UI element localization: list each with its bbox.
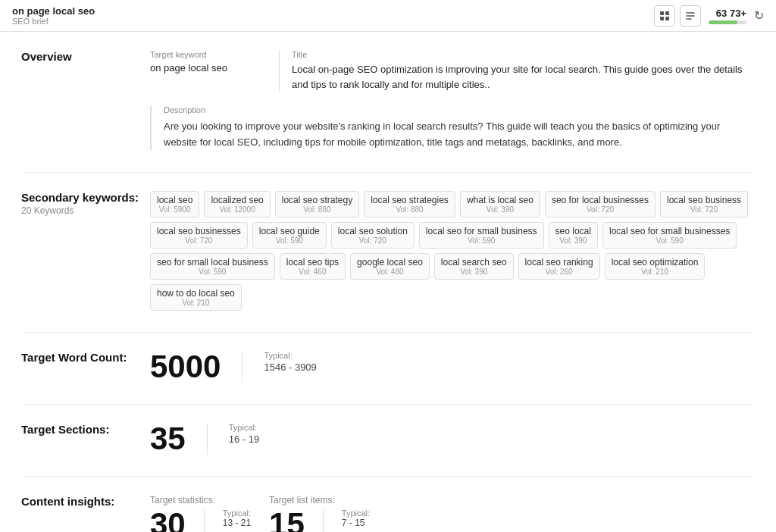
keyword-name: local seo business bbox=[667, 195, 741, 205]
keyword-name: local seo solution bbox=[338, 226, 408, 236]
refresh-button[interactable]: ↻ bbox=[754, 8, 764, 23]
secondary-keywords-section: Secondary keywords: 20 Keywords local se… bbox=[21, 191, 755, 311]
typical-label: Typical: bbox=[264, 351, 316, 360]
target-sections-label: Target Sections: bbox=[21, 423, 150, 455]
keyword-name: local seo for small business bbox=[426, 226, 537, 236]
keyword-name: local seo for small businesses bbox=[609, 226, 730, 236]
keyword-tag: localized seoVol: 12000 bbox=[204, 191, 270, 217]
sections-typical: Typical: 16 - 19 bbox=[229, 423, 259, 445]
icon-button-2[interactable] bbox=[680, 5, 701, 27]
content-insights-section: Content insights: Target statistics: 30 … bbox=[21, 495, 755, 532]
keyword-tag: local seo strategyVol: 880 bbox=[275, 191, 359, 217]
keyword-tag: local seo for small businessVol: 590 bbox=[419, 222, 544, 249]
keywords-content: local seoVol: 5900localized seoVol: 1200… bbox=[150, 191, 755, 311]
metric-divider bbox=[242, 351, 242, 383]
stats-typical-val: 13 - 21 bbox=[223, 518, 251, 528]
keyword-name: local seo businesses bbox=[157, 226, 241, 236]
score-bar bbox=[709, 20, 746, 24]
sections-typical-value: 16 - 19 bbox=[229, 433, 259, 445]
keyword-vol: Vol: 590 bbox=[276, 236, 303, 245]
target-keyword-label: Target keyword bbox=[150, 50, 279, 59]
svg-rect-2 bbox=[660, 17, 664, 20]
divider-1 bbox=[21, 172, 755, 173]
keyword-name: local seo strategies bbox=[371, 195, 449, 205]
keyword-name: seo local bbox=[555, 226, 591, 236]
keyword-name: local search seo bbox=[441, 257, 507, 268]
keyword-vol: Vol: 880 bbox=[396, 205, 423, 214]
keyword-vol: Vol: 720 bbox=[587, 205, 614, 214]
divider-4 bbox=[21, 476, 755, 477]
keyword-tag: local seo businessVol: 720 bbox=[660, 191, 748, 217]
keyword-vol: Vol: 480 bbox=[376, 268, 403, 276]
description-text: Are you looking to improve your website'… bbox=[164, 119, 755, 151]
keyword-vol: Vol: 590 bbox=[656, 236, 684, 245]
keyword-tag: local seo strategiesVol: 880 bbox=[364, 191, 455, 217]
header-right: 63 73+ ↻ bbox=[654, 5, 764, 27]
svg-rect-0 bbox=[660, 11, 664, 15]
keyword-vol: Vol: 390 bbox=[487, 205, 514, 214]
keyword-tag: local seo solutionVol: 720 bbox=[331, 222, 415, 249]
keyword-vol: Vol: 12000 bbox=[219, 205, 255, 214]
list-typical-val: 7 - 15 bbox=[342, 518, 370, 528]
word-count-title: Target Word Count: bbox=[21, 351, 127, 364]
keyword-vol: Vol: 720 bbox=[690, 205, 718, 214]
keyword-vol: Vol: 880 bbox=[303, 205, 330, 214]
list-typical-block: Typical: 7 - 15 bbox=[342, 509, 370, 528]
word-count-value: 5000 bbox=[150, 351, 221, 383]
overview-keyword-block: Target keyword on page local seo bbox=[150, 50, 279, 92]
keyword-name: localized seo bbox=[211, 195, 263, 205]
keyword-tag: local seo guideVol: 590 bbox=[252, 222, 327, 249]
keyword-tag: local seo for small businessesVol: 590 bbox=[602, 222, 737, 249]
keyword-tag: google local seoVol: 480 bbox=[350, 253, 430, 280]
keyword-name: how to do local seo bbox=[157, 288, 235, 299]
stats-value: 30 bbox=[150, 509, 186, 532]
keyword-name: local seo guide bbox=[259, 226, 320, 236]
overview-section: Overview Target keyword on page local se… bbox=[21, 50, 755, 151]
score-display: 63 73+ bbox=[709, 8, 746, 24]
svg-rect-1 bbox=[665, 11, 669, 15]
app-wrapper: on page local seo SEO brief bbox=[0, 0, 776, 532]
header-title: on page local seo bbox=[12, 5, 95, 17]
description-label: Description bbox=[164, 105, 755, 114]
keyword-vol: Vol: 590 bbox=[199, 268, 226, 276]
keyword-tag: local seo optimizationVol: 210 bbox=[605, 253, 706, 280]
keyword-tag: seo for local businessesVol: 720 bbox=[545, 191, 656, 217]
word-count-metric: 5000 Typical: 1546 - 3909 bbox=[150, 351, 755, 383]
overview-title: Overview bbox=[21, 50, 72, 63]
target-sections-content: 35 Typical: 16 - 19 bbox=[150, 423, 755, 455]
sections-divider bbox=[207, 423, 208, 455]
keyword-name: local seo bbox=[157, 195, 192, 205]
word-count-label: Target Word Count: bbox=[21, 351, 150, 383]
keyword-vol: Vol: 390 bbox=[460, 268, 487, 276]
keyword-tags-container: local seoVol: 5900localized seoVol: 1200… bbox=[150, 191, 755, 311]
title-label: Title bbox=[292, 50, 755, 59]
keyword-vol: Vol: 590 bbox=[468, 236, 495, 245]
target-sections-section: Target Sections: 35 Typical: 16 - 19 bbox=[21, 423, 755, 455]
keyword-name: what is local seo bbox=[467, 195, 534, 205]
keyword-vol: Vol: 5900 bbox=[159, 205, 191, 214]
sections-typical-label: Typical: bbox=[229, 423, 259, 432]
keyword-tag: seo for small local businessVol: 590 bbox=[150, 253, 275, 280]
keywords-count: 20 Keywords bbox=[21, 205, 150, 216]
insights-title: Content insights: bbox=[21, 495, 114, 508]
target-keyword-value: on page local seo bbox=[150, 62, 279, 74]
icon-button-1[interactable] bbox=[654, 5, 675, 27]
target-sections-title: Target Sections: bbox=[21, 423, 109, 436]
score-icons bbox=[654, 5, 701, 27]
overview-content: Target keyword on page local seo Title L… bbox=[150, 50, 755, 151]
insights-divider-2 bbox=[323, 509, 324, 532]
insights-content: Target statistics: 30 Typical: 13 - 21 bbox=[150, 495, 755, 532]
keyword-tag: local seo rankingVol: 260 bbox=[518, 253, 600, 280]
target-list-label: Target list items: bbox=[269, 495, 370, 505]
keyword-vol: Vol: 460 bbox=[299, 268, 326, 276]
keyword-vol: Vol: 260 bbox=[546, 268, 573, 276]
sections-value: 35 bbox=[150, 423, 186, 455]
keyword-name: seo for small local business bbox=[157, 257, 268, 268]
title-text: Local on-page SEO optimization is improv… bbox=[292, 62, 755, 92]
word-count-section: Target Word Count: 5000 Typical: 1546 - … bbox=[21, 351, 755, 383]
overview-title-block: Title Local on-page SEO optimization is … bbox=[279, 50, 755, 92]
header-subtitle: SEO brief bbox=[12, 17, 95, 26]
keyword-vol: Vol: 210 bbox=[641, 268, 668, 276]
score-numbers: 63 73+ bbox=[716, 8, 746, 19]
word-count-content: 5000 Typical: 1546 - 3909 bbox=[150, 351, 755, 383]
